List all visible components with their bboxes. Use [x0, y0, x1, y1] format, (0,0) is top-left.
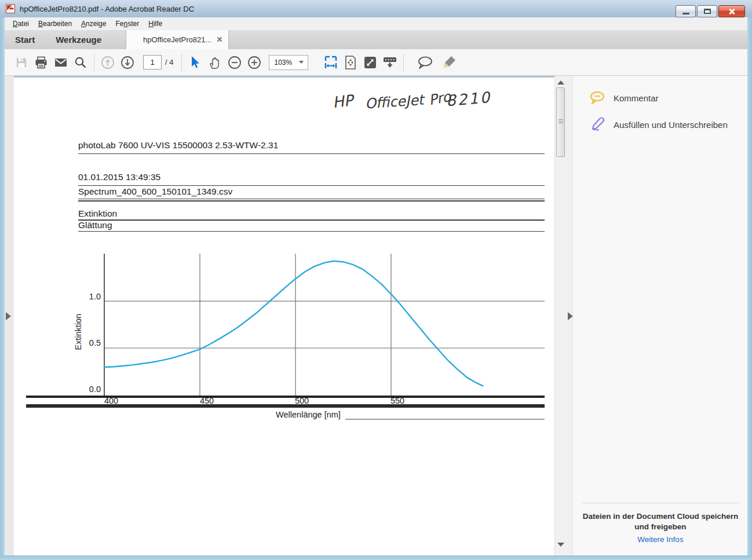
spectrum-chart: 1.0 0.5 0.0 Extinktion 400 450 500 550 W… — [25, 251, 547, 425]
minimize-icon — [682, 13, 689, 14]
toolbar-separator — [403, 54, 404, 71]
window-border — [0, 555, 752, 560]
fullscreen-button[interactable] — [360, 53, 380, 72]
zoom-in-button[interactable] — [244, 53, 264, 72]
weitere-infos-link[interactable]: Weitere Infos — [582, 535, 739, 544]
fit-width-icon — [323, 55, 338, 70]
x-tick-label: 400 — [104, 396, 118, 405]
print-icon — [34, 56, 48, 69]
email-button[interactable] — [51, 53, 71, 72]
fit-page-button[interactable] — [341, 53, 360, 72]
report-header-text: photoLab 7600 UV-VIS 15500003 2.53-WTW-2… — [78, 140, 278, 151]
window-title: hpOfficeJetPro8210.pdf - Adobe Acrobat R… — [20, 5, 194, 13]
page-count-label: / 4 — [165, 58, 173, 67]
ruled-line — [78, 219, 545, 221]
ruled-line — [78, 231, 545, 232]
zoom-in-icon — [247, 55, 262, 70]
highlighter-icon — [442, 55, 457, 70]
fullscreen-icon — [363, 56, 377, 69]
tab-close-icon[interactable] — [216, 35, 224, 43]
spectrum-curve — [104, 261, 483, 386]
tab-document-label: hpOfficeJetPro821... — [143, 35, 211, 44]
report-datetime-text: 01.01.2015 13:49:35 — [78, 172, 160, 182]
search-button[interactable] — [71, 53, 90, 72]
scrollbar-grip — [558, 119, 563, 125]
x-tick-label: 500 — [295, 396, 309, 405]
zoom-level-select[interactable]: 103% — [269, 55, 308, 70]
page-number-input[interactable] — [143, 55, 162, 69]
report-extinktion-label: Extinktion — [78, 208, 117, 219]
comment-tool-button[interactable] — [415, 53, 435, 72]
scrollbar-thumb[interactable] — [556, 87, 565, 157]
menu-anzeige[interactable]: Anzeige — [76, 18, 111, 30]
x-tick-label: 550 — [390, 396, 404, 405]
y-tick-label: 1.0 — [89, 292, 101, 301]
x-tick-label: 450 — [200, 396, 214, 405]
window-border — [0, 17, 5, 560]
acrobat-app-icon — [6, 4, 15, 13]
chevron-down-icon — [299, 61, 304, 64]
panel-item-kommentar[interactable]: Kommentar — [589, 90, 659, 105]
fit-page-icon — [344, 55, 357, 70]
zoom-out-button[interactable] — [225, 53, 244, 72]
maximize-button[interactable] — [697, 5, 717, 17]
tab-werkzeuge[interactable]: Werkzeuge — [45, 30, 112, 49]
comment-bubble-icon — [589, 90, 605, 105]
select-tool-button[interactable] — [185, 53, 205, 72]
tab-start[interactable]: Start — [5, 30, 45, 49]
panel-item-ausfuellen[interactable]: Ausfüllen und Unterschreiben — [589, 117, 728, 132]
report-filename-text: Spectrum_400_600_150101_1349.csv — [78, 186, 232, 197]
y-tick-label: 0.5 — [89, 338, 101, 347]
menu-fenster[interactable]: Fenster — [111, 18, 144, 30]
menu-bearbeiten[interactable]: Bearbeiten — [34, 18, 76, 30]
select-cursor-icon — [189, 56, 202, 69]
document-cloud-promo-title: Dateien in der Document Cloud speichern … — [582, 511, 739, 532]
ruled-line — [78, 185, 545, 186]
toolbar-ribbon-icon — [382, 56, 397, 69]
pdf-page: HP OfficeJet Pro 8210 photoLab 7600 UV-V… — [14, 77, 554, 555]
zoom-out-icon — [227, 55, 242, 70]
menu-hilfe[interactable]: Hilfe — [144, 18, 167, 30]
show-toolbar-button[interactable] — [380, 53, 400, 72]
hand-tool-button[interactable] — [205, 53, 225, 72]
x-axis-title: Wellenlänge [nm] — [276, 410, 341, 419]
save-icon — [15, 56, 28, 69]
previous-page-icon — [100, 55, 115, 70]
menu-datei[interactable]: Datei — [8, 18, 34, 30]
email-icon — [54, 56, 68, 69]
search-icon — [74, 56, 87, 69]
handwriting-word: HP — [331, 91, 354, 111]
next-page-button[interactable] — [118, 53, 137, 72]
fill-sign-pen-icon — [589, 117, 605, 132]
y-axis-title: Extinktion — [74, 314, 83, 350]
tab-bar: Start Werkzeuge hpOfficeJetPro821... — [5, 30, 747, 49]
next-page-icon — [120, 55, 135, 70]
ruled-line — [78, 153, 545, 154]
previous-page-button[interactable] — [98, 53, 118, 72]
toolbar-separator — [181, 54, 182, 71]
close-icon — [728, 9, 736, 14]
close-button[interactable] — [718, 5, 745, 17]
save-button[interactable] — [12, 53, 31, 72]
handwriting-word: OfficeJet — [364, 92, 424, 112]
highlight-tool-button[interactable] — [440, 53, 459, 72]
scroll-up-arrow-icon[interactable] — [557, 80, 564, 85]
ruled-line — [78, 200, 545, 202]
menu-bar: Datei Bearbeiten Anzeige Fenster Hilfe — [5, 17, 747, 30]
ruled-line — [78, 199, 545, 199]
vertical-scrollbar[interactable] — [554, 76, 566, 555]
panel-divider — [582, 503, 739, 503]
hand-icon — [208, 56, 222, 69]
fit-width-button[interactable] — [321, 53, 341, 72]
window-border — [747, 17, 752, 560]
y-tick-label: 0.0 — [89, 385, 101, 394]
comment-bubble-icon — [417, 55, 433, 70]
print-button[interactable] — [31, 53, 51, 72]
panel-item-label: Ausfüllen und Unterschreiben — [614, 120, 728, 130]
main-toolbar: / 4 103% — [5, 49, 747, 76]
minimize-button[interactable] — [676, 5, 696, 17]
left-panel-expand-arrow-icon[interactable] — [6, 312, 11, 320]
maximize-icon — [704, 9, 711, 14]
tab-document[interactable]: hpOfficeJetPro821... — [126, 30, 229, 49]
scroll-down-arrow-icon[interactable] — [557, 543, 564, 547]
